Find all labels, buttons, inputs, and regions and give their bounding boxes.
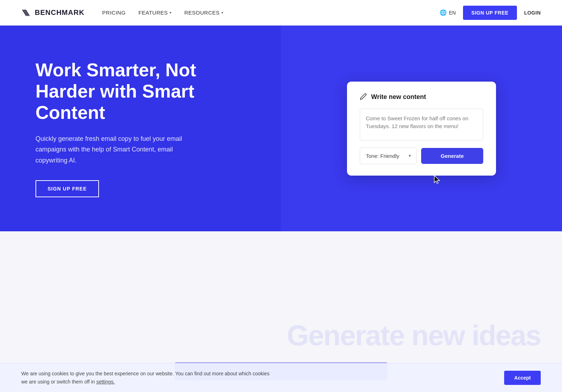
hero-right-wrapper: Write new content Tone: Friendly ▾ Gener… (347, 82, 496, 176)
nav-link-pricing[interactable]: PRICING (102, 10, 126, 16)
cookie-text: We are using cookies to give you the bes… (21, 370, 270, 386)
login-button[interactable]: LOGIN (524, 10, 541, 16)
nav-link-features[interactable]: FEATURES ▾ (138, 10, 171, 16)
generate-ideas-text: Generate new ideas (287, 319, 541, 352)
hero-signup-button[interactable]: SIGN UP FREE (35, 180, 99, 197)
chevron-down-icon: ▾ (221, 11, 224, 15)
tone-select-label: Tone: Friendly (366, 153, 399, 159)
navbar-right: 🌐 EN SIGN UP FREE LOGIN (440, 6, 541, 20)
nav-link-resources[interactable]: RESOURCES ▾ (184, 10, 224, 16)
hero-section: Work Smarter, Not Harder with Smart Cont… (0, 26, 562, 231)
card-header: Write new content (360, 93, 483, 101)
generate-button[interactable]: Generate (421, 148, 483, 164)
logo[interactable]: BENCHMARK (21, 8, 84, 18)
signup-button[interactable]: SIGN UP FREE (463, 6, 517, 20)
navbar-left: BENCHMARK PRICING FEATURES ▾ RESOURCES ▾ (21, 8, 224, 18)
nav-links: PRICING FEATURES ▾ RESOURCES ▾ (102, 10, 223, 16)
hero-subtitle: Quickly generate fresh email copy to fue… (35, 133, 184, 166)
cookie-banner: We are using cookies to give you the bes… (0, 363, 562, 392)
globe-icon: 🌐 (440, 9, 447, 16)
settings-link[interactable]: settings. (96, 379, 115, 385)
chevron-down-icon: ▾ (170, 11, 172, 15)
nav-item-resources[interactable]: RESOURCES ▾ (184, 10, 224, 16)
nav-item-features[interactable]: FEATURES ▾ (138, 10, 171, 16)
lang-text: EN (449, 10, 456, 16)
nav-item-pricing[interactable]: PRICING (102, 10, 126, 16)
tone-chevron-icon: ▾ (409, 153, 411, 158)
hero-left: Work Smarter, Not Harder with Smart Cont… (0, 26, 281, 231)
lang-selector[interactable]: 🌐 EN (440, 9, 456, 16)
accept-button[interactable]: Accept (504, 371, 541, 385)
card-title: Write new content (371, 93, 426, 101)
lower-section: Generate new ideas (0, 231, 562, 380)
card-footer: Tone: Friendly ▾ Generate (360, 148, 483, 164)
pen-icon (360, 93, 367, 101)
cursor (434, 175, 441, 186)
hero-title: Work Smarter, Not Harder with Smart Cont… (35, 60, 260, 123)
content-textarea[interactable] (360, 109, 483, 140)
hero-right: Write new content Tone: Friendly ▾ Gener… (281, 26, 562, 231)
tone-dropdown[interactable]: Tone: Friendly ▾ (360, 148, 417, 164)
logo-text: BENCHMARK (35, 9, 84, 17)
navbar: BENCHMARK PRICING FEATURES ▾ RESOURCES ▾… (0, 0, 562, 26)
logo-icon (21, 8, 31, 18)
smart-content-card: Write new content Tone: Friendly ▾ Gener… (347, 82, 496, 176)
